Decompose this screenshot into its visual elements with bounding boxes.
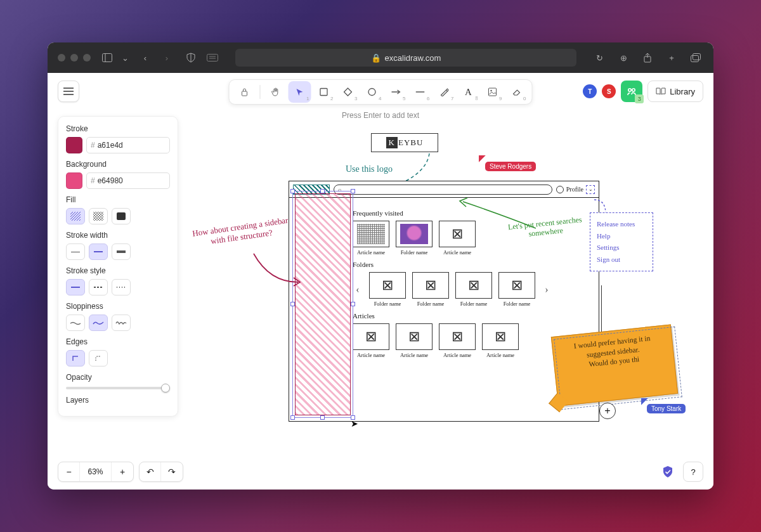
red-arrow bbox=[250, 250, 301, 289]
download-icon[interactable]: ⊕ bbox=[616, 50, 631, 65]
close-dot[interactable] bbox=[58, 54, 65, 62]
forward-button[interactable]: › bbox=[159, 50, 174, 65]
browser-titlebar: ⌄ ‹ › 🔒 excalidraw.com ↻ ⊕ + bbox=[48, 42, 713, 73]
lock-icon: 🔒 bbox=[371, 53, 381, 63]
logo-sketch[interactable]: KEYBU bbox=[371, 133, 438, 152]
url-host: excalidraw.com bbox=[385, 53, 441, 63]
svg-rect-7 bbox=[691, 56, 699, 62]
traffic-lights[interactable] bbox=[58, 54, 91, 62]
excalidraw-app: 1 2 3 4 5 6 7 A8 9 0 T S 3 Library Stro bbox=[48, 73, 713, 490]
svg-rect-0 bbox=[103, 54, 112, 62]
reload-button[interactable]: ↻ bbox=[592, 50, 607, 65]
footer-left: − 63% + ↶ ↷ bbox=[58, 462, 183, 482]
canvas-hint: Press Enter to add text bbox=[342, 111, 419, 120]
zoom-level[interactable]: 63% bbox=[80, 462, 112, 481]
maximize-dot[interactable] bbox=[83, 54, 91, 62]
svg-rect-3 bbox=[207, 55, 218, 62]
sticky-connector bbox=[601, 285, 602, 336]
undo-button[interactable]: ↶ bbox=[140, 462, 161, 481]
dropdown-connector bbox=[593, 198, 618, 214]
shield-icon[interactable] bbox=[183, 50, 198, 65]
sidebar-toggle-icon[interactable] bbox=[100, 50, 115, 65]
canvas[interactable]: Press Enter to add text KEYBU Use this l… bbox=[48, 73, 713, 490]
help-button[interactable]: ? bbox=[683, 462, 703, 482]
shield-status-icon[interactable] bbox=[658, 462, 678, 482]
redo-button[interactable]: ↷ bbox=[161, 462, 183, 481]
wf-section-articles: Articles bbox=[353, 312, 592, 320]
green-arrow bbox=[453, 197, 536, 235]
add-button-sketch[interactable]: + bbox=[599, 403, 616, 419]
chevron-down-icon[interactable]: ⌄ bbox=[121, 50, 129, 65]
wf-search-field: ⌕ bbox=[334, 185, 552, 195]
selected-shape[interactable] bbox=[295, 193, 351, 415]
cursor-tony: Tony Stark bbox=[647, 404, 686, 413]
wf-profile: Profile ⌄ bbox=[556, 185, 595, 194]
zoom-in-button[interactable]: + bbox=[112, 462, 133, 481]
annotation-logo[interactable]: Use this logo bbox=[346, 164, 393, 174]
zoom-out-button[interactable]: − bbox=[58, 462, 80, 481]
svg-rect-8 bbox=[693, 54, 701, 60]
tabs-icon[interactable] bbox=[688, 50, 703, 65]
footer-right: ? bbox=[658, 462, 703, 482]
new-tab-button[interactable]: + bbox=[664, 50, 679, 65]
back-button[interactable]: ‹ bbox=[138, 50, 153, 65]
wf-section-folders: Folders bbox=[353, 261, 592, 268]
mouse-cursor-icon: ➤ bbox=[351, 418, 358, 429]
wf-dropdown-toggle: ⌄ bbox=[586, 185, 595, 194]
annotation-sidebar[interactable]: How about creating a sidebar with file s… bbox=[186, 214, 296, 250]
dropdown-sketch[interactable]: Release notes Help Settings Sign out bbox=[590, 212, 653, 271]
share-icon[interactable] bbox=[640, 50, 655, 65]
reader-icon[interactable] bbox=[205, 50, 220, 65]
minimize-dot[interactable] bbox=[70, 54, 78, 62]
browser-window: ⌄ ‹ › 🔒 excalidraw.com ↻ ⊕ + bbox=[48, 42, 713, 490]
cursor-steve: Steve Rodgers bbox=[485, 162, 536, 171]
url-bar[interactable]: 🔒 excalidraw.com bbox=[235, 49, 576, 67]
cursor-steve-icon: ◤ bbox=[479, 153, 486, 163]
